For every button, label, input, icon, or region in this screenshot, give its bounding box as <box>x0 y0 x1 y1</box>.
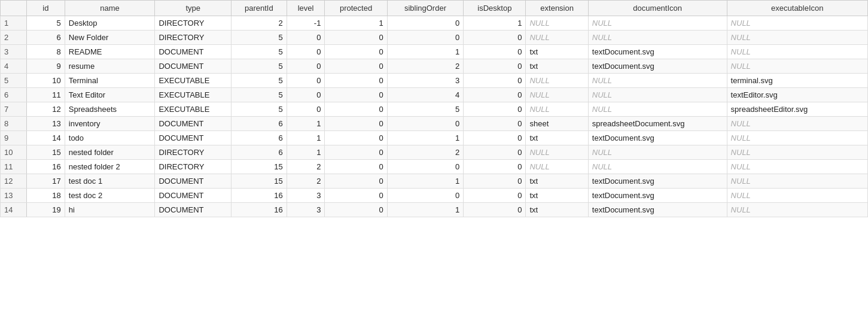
cell-rownum: 13 <box>1 189 27 203</box>
table-row: 510TerminalEXECUTABLE50030NULLNULLtermin… <box>1 74 868 88</box>
table-row: 38READMEDOCUMENT50010txttextDocument.svg… <box>1 45 868 59</box>
cell-extension: sheet <box>526 117 588 131</box>
col-header-type[interactable]: type <box>155 1 231 16</box>
cell-parentid: 5 <box>231 102 287 117</box>
cell-isdesktop: 0 <box>464 31 526 45</box>
cell-name: test doc 1 <box>65 174 155 189</box>
cell-rownum: 2 <box>1 31 27 45</box>
cell-level: 0 <box>287 31 325 45</box>
cell-type: DOCUMENT <box>155 174 231 189</box>
cell-executableicon: NULL <box>727 31 867 45</box>
col-header-name[interactable]: name <box>65 1 155 16</box>
cell-siblingorder: 0 <box>387 160 463 174</box>
cell-executableicon: NULL <box>727 203 867 217</box>
cell-type: DOCUMENT <box>155 117 231 131</box>
cell-siblingorder: 2 <box>387 59 463 74</box>
cell-siblingorder: 1 <box>387 174 463 189</box>
table-row: 1116nested folder 2DIRECTORY152000NULLNU… <box>1 160 868 174</box>
table-row: 1318test doc 2DOCUMENT163000txttextDocum… <box>1 189 868 203</box>
cell-executableicon: NULL <box>727 189 867 203</box>
cell-siblingorder: 1 <box>387 131 463 145</box>
cell-level: 1 <box>287 145 325 160</box>
cell-rownum: 4 <box>1 59 27 74</box>
col-header-protected[interactable]: protected <box>325 1 387 16</box>
cell-isdesktop: 0 <box>464 117 526 131</box>
cell-rownum: 5 <box>1 74 27 88</box>
cell-name: test doc 2 <box>65 189 155 203</box>
cell-documenticon: textDocument.svg <box>588 131 727 145</box>
cell-level: -1 <box>287 16 325 31</box>
cell-rownum: 8 <box>1 117 27 131</box>
cell-extension: txt <box>526 59 588 74</box>
cell-documenticon: textDocument.svg <box>588 203 727 217</box>
table-row: 1217test doc 1DOCUMENT152010txttextDocum… <box>1 174 868 189</box>
cell-level: 1 <box>287 131 325 145</box>
cell-rownum: 6 <box>1 88 27 102</box>
cell-protected: 0 <box>325 174 387 189</box>
cell-isdesktop: 0 <box>464 88 526 102</box>
table-row: 712SpreadsheetsEXECUTABLE50050NULLNULLsp… <box>1 102 868 117</box>
cell-rownum: 12 <box>1 174 27 189</box>
col-header-id[interactable]: id <box>27 1 65 16</box>
cell-type: DOCUMENT <box>155 131 231 145</box>
cell-siblingorder: 5 <box>387 102 463 117</box>
cell-protected: 0 <box>325 59 387 74</box>
cell-name: resume <box>65 59 155 74</box>
cell-name: nested folder 2 <box>65 160 155 174</box>
cell-extension: txt <box>526 45 588 59</box>
cell-protected: 0 <box>325 203 387 217</box>
cell-rownum: 10 <box>1 145 27 160</box>
cell-isdesktop: 0 <box>464 59 526 74</box>
cell-type: EXECUTABLE <box>155 88 231 102</box>
col-header-executableicon[interactable]: executableIcon <box>727 1 867 16</box>
cell-documenticon: spreadsheetDocument.svg <box>588 117 727 131</box>
cell-protected: 1 <box>325 16 387 31</box>
cell-type: DOCUMENT <box>155 59 231 74</box>
cell-name: Spreadsheets <box>65 102 155 117</box>
cell-extension: NULL <box>526 160 588 174</box>
data-table-container: id name type parentId level protected si… <box>0 0 868 217</box>
table-header-row: id name type parentId level protected si… <box>1 1 868 16</box>
cell-name: nested folder <box>65 145 155 160</box>
cell-rownum: 3 <box>1 45 27 59</box>
cell-documenticon: NULL <box>588 160 727 174</box>
cell-isdesktop: 0 <box>464 102 526 117</box>
cell-extension: NULL <box>526 145 588 160</box>
cell-executableicon: spreadsheetEditor.svg <box>727 102 867 117</box>
cell-isdesktop: 1 <box>464 16 526 31</box>
cell-extension: txt <box>526 189 588 203</box>
cell-siblingorder: 0 <box>387 16 463 31</box>
cell-documenticon: textDocument.svg <box>588 174 727 189</box>
cell-extension: txt <box>526 174 588 189</box>
table-body: 15DesktopDIRECTORY2-1101NULLNULLNULL26Ne… <box>1 16 868 217</box>
cell-protected: 0 <box>325 45 387 59</box>
cell-extension: NULL <box>526 16 588 31</box>
col-header-level[interactable]: level <box>287 1 325 16</box>
cell-executableicon: textEditor.svg <box>727 88 867 102</box>
cell-parentid: 15 <box>231 174 287 189</box>
col-header-extension[interactable]: extension <box>526 1 588 16</box>
col-header-parentid[interactable]: parentId <box>231 1 287 16</box>
cell-protected: 0 <box>325 145 387 160</box>
col-header-rownum <box>1 1 27 16</box>
cell-level: 0 <box>287 102 325 117</box>
col-header-documenticon[interactable]: documentIcon <box>588 1 727 16</box>
cell-id: 11 <box>27 88 65 102</box>
cell-type: DIRECTORY <box>155 160 231 174</box>
cell-documenticon: NULL <box>588 74 727 88</box>
cell-level: 0 <box>287 74 325 88</box>
cell-documenticon: NULL <box>588 88 727 102</box>
cell-isdesktop: 0 <box>464 145 526 160</box>
col-header-isdesktop[interactable]: isDesktop <box>464 1 526 16</box>
cell-level: 2 <box>287 160 325 174</box>
cell-name: New Folder <box>65 31 155 45</box>
cell-executableicon: NULL <box>727 45 867 59</box>
cell-id: 9 <box>27 59 65 74</box>
cell-documenticon: textDocument.svg <box>588 59 727 74</box>
cell-parentid: 2 <box>231 16 287 31</box>
col-header-siblingorder[interactable]: siblingOrder <box>387 1 463 16</box>
cell-documenticon: NULL <box>588 31 727 45</box>
cell-parentid: 15 <box>231 160 287 174</box>
cell-parentid: 5 <box>231 45 287 59</box>
cell-protected: 0 <box>325 160 387 174</box>
